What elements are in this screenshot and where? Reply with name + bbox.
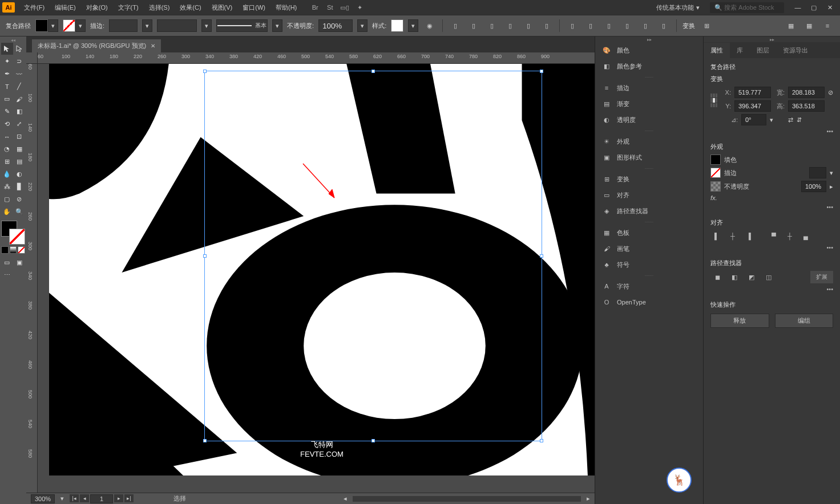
panel-图形样式[interactable]: ▣图形样式	[595, 149, 703, 165]
artboard-number[interactable]: 1	[90, 494, 113, 503]
angle-dd[interactable]: ▾	[770, 116, 773, 124]
panel-字符[interactable]: A字符	[595, 278, 703, 294]
transform-panel-icon[interactable]: ⊞	[700, 19, 713, 32]
screen-mode-full[interactable]: ▣	[14, 257, 26, 269]
menu-file[interactable]: 文件(F)	[19, 2, 49, 14]
x-input[interactable]	[734, 87, 771, 98]
panel-透明度[interactable]: ◐透明度	[595, 112, 703, 128]
tab-libraries[interactable]: 库	[730, 43, 750, 58]
search-stock-input[interactable]: 🔍 搜索 Adobe Stock	[710, 2, 784, 13]
appearance-stroke-swatch[interactable]	[710, 168, 721, 178]
stroke-swatch[interactable]	[63, 19, 75, 32]
pf-unite[interactable]: ◼	[710, 271, 724, 283]
stroke-weight-dd[interactable]: ▾	[142, 19, 152, 32]
distribute-6-icon[interactable]: ▯	[657, 19, 671, 32]
color-mode-solid[interactable]	[1, 246, 9, 254]
flip-h-icon[interactable]: ⇄	[788, 116, 793, 124]
distribute-v-icon[interactable]: ▯	[584, 19, 597, 32]
tab-asset-export[interactable]: 资源导出	[776, 43, 815, 58]
panel-渐变[interactable]: ▤渐变	[595, 96, 703, 112]
h-input[interactable]	[788, 100, 825, 112]
perspective-tool[interactable]: ▦	[14, 143, 26, 155]
menu-select[interactable]: 选择(S)	[144, 2, 175, 14]
fill-swatch[interactable]	[35, 19, 48, 32]
align-top-btn[interactable]: ▀	[768, 230, 780, 242]
blend-tool[interactable]: ◐	[14, 168, 26, 180]
w-input[interactable]	[788, 87, 825, 98]
style-dd[interactable]: ▾	[408, 19, 418, 32]
appearance-opacity-dd[interactable]: ▸	[830, 183, 833, 190]
menu-edit[interactable]: 编辑(E)	[50, 2, 80, 14]
align-vcenter-icon[interactable]: ▯	[522, 19, 535, 32]
gradient-tool[interactable]: ▤	[14, 156, 26, 168]
opacity-input[interactable]	[318, 19, 353, 32]
graph-tool[interactable]: ▊	[14, 181, 26, 193]
paintbrush-tool[interactable]: 🖌	[14, 93, 26, 105]
vwp-dd[interactable]: ▾	[201, 19, 212, 32]
edit-toolbar[interactable]: ⋯	[1, 269, 13, 281]
shape-builder-tool[interactable]: ◔	[1, 143, 13, 155]
stock-icon[interactable]: St	[324, 2, 336, 13]
menu-view[interactable]: 视图(V)	[207, 2, 237, 14]
variable-width-profile[interactable]	[157, 19, 197, 32]
menu-help[interactable]: 帮助(H)	[271, 2, 301, 14]
tab-layers[interactable]: 图层	[750, 43, 776, 58]
appearance-stroke-weight[interactable]	[809, 167, 826, 178]
eyedropper-tool[interactable]: 💧	[1, 168, 13, 180]
align-bottom-btn[interactable]: ▄	[799, 230, 812, 242]
horizontal-scrollbar[interactable]	[353, 496, 581, 502]
align-left-icon[interactable]: ▯	[449, 19, 462, 32]
y-input[interactable]	[734, 100, 771, 112]
ruler-origin[interactable]	[26, 52, 38, 64]
panel-描边[interactable]: ≡描边	[595, 80, 703, 96]
scroll-right-icon[interactable]: ▸	[587, 495, 590, 502]
type-tool[interactable]: T	[1, 80, 13, 92]
mesh-tool[interactable]: ⊞	[1, 156, 13, 168]
rotate-tool[interactable]: ⟲	[1, 118, 13, 130]
bridge-icon[interactable]: Br	[309, 2, 321, 13]
appearance-stroke-dd[interactable]: ▾	[830, 169, 833, 177]
direct-selection-tool[interactable]	[14, 43, 26, 55]
ruler-horizontal[interactable]: 6010014018022026030034038042046050054058…	[38, 52, 595, 64]
fx-label[interactable]: fx.	[710, 194, 717, 201]
free-transform-tool[interactable]: ⊡	[14, 131, 26, 143]
graphic-style-swatch[interactable]	[391, 19, 403, 32]
screen-mode-normal[interactable]: ▭	[1, 257, 13, 269]
appearance-opacity-swatch[interactable]	[710, 181, 721, 192]
close-button[interactable]: ✕	[822, 2, 838, 13]
menu-object[interactable]: 对象(O)	[82, 2, 112, 14]
pf-exclude[interactable]: ◫	[762, 271, 776, 283]
flip-v-icon[interactable]: ⇵	[797, 116, 802, 124]
menu-effect[interactable]: 效果(C)	[175, 2, 205, 14]
panel-颜色[interactable]: 🎨颜色	[595, 42, 703, 58]
rectangle-tool[interactable]: ▭	[1, 93, 13, 105]
tab-close-icon[interactable]: ✕	[151, 43, 155, 49]
curvature-tool[interactable]: 〰	[14, 68, 26, 80]
first-artboard-button[interactable]: |◂	[70, 494, 79, 502]
panel-色板[interactable]: ▦色板	[595, 225, 703, 241]
panel-画笔[interactable]: 🖌画笔	[595, 241, 703, 257]
selection-tool[interactable]	[1, 43, 13, 55]
pf-expand-button[interactable]: 扩展	[810, 271, 833, 283]
symbol-sprayer-tool[interactable]: ⁂	[1, 181, 13, 193]
stroke-dropdown[interactable]: ▾	[75, 19, 86, 32]
panel-OpenType[interactable]: OOpenType	[595, 294, 703, 310]
appearance-fill-swatch[interactable]	[710, 155, 721, 165]
gpu-icon[interactable]: ✦	[354, 2, 365, 13]
pathfinder-more[interactable]: •••	[710, 286, 833, 292]
align-bottom-icon[interactable]: ▯	[540, 19, 554, 32]
canvas[interactable]: 飞特网 FEVTE.COM	[38, 64, 595, 493]
reference-point[interactable]	[710, 94, 717, 107]
distribute-3-icon[interactable]: ▯	[602, 19, 616, 32]
artboard-tool[interactable]: ▢	[1, 193, 13, 205]
isolate-icon[interactable]: ▦	[784, 19, 798, 32]
align-right-icon[interactable]: ▯	[485, 19, 499, 32]
minimize-button[interactable]: —	[790, 2, 806, 13]
fill-dropdown[interactable]: ▾	[48, 19, 58, 32]
align-right-btn[interactable]: ▐	[742, 230, 755, 242]
color-mode-gradient[interactable]	[10, 246, 17, 254]
transform-more[interactable]: •••	[710, 128, 833, 135]
align-hcenter-icon[interactable]: ▯	[467, 19, 480, 32]
panel-符号[interactable]: ♣符号	[595, 257, 703, 273]
scroll-left-icon[interactable]: ◂	[344, 495, 347, 502]
